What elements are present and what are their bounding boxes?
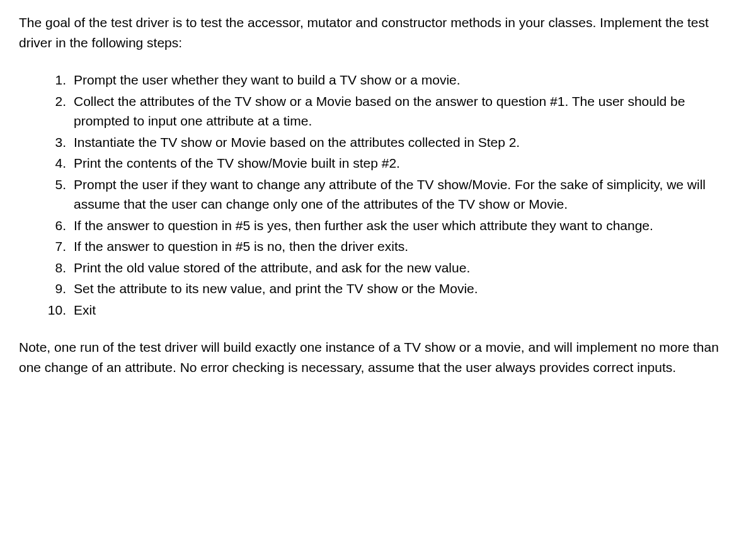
list-number: 3. [47,132,66,153]
list-item: 10. Exit [47,300,737,320]
list-number: 2. [47,91,66,112]
list-item: 1. Prompt the user whether they want to … [47,70,737,90]
list-item: 7. If the answer to question in #5 is no… [47,236,737,257]
list-number: 4. [47,153,66,173]
list-item: 4. Print the contents of the TV show/Mov… [47,153,737,173]
list-text: Instantiate the TV show or Movie based o… [74,135,520,149]
note-paragraph: Note, one run of the test driver will bu… [19,337,737,377]
list-number: 9. [47,279,66,299]
list-text: Exit [74,303,96,317]
list-item: 3. Instantiate the TV show or Movie base… [47,132,737,153]
list-item: 9. Set the attribute to its new value, a… [47,279,737,299]
list-number: 5. [47,175,66,195]
list-text: If the answer to question in #5 is yes, … [74,218,653,233]
list-text: If the answer to question in #5 is no, t… [74,239,408,253]
list-item: 8. Print the old value stored of the att… [47,258,737,278]
steps-list: 1. Prompt the user whether they want to … [19,70,737,320]
list-text: Collect the attributes of the TV show or… [74,94,685,129]
list-number: 10. [47,300,66,320]
list-item: 5. Prompt the user if they want to chang… [47,175,737,214]
list-text: Print the contents of the TV show/Movie … [74,156,400,170]
intro-paragraph: The goal of the test driver is to test t… [19,13,737,52]
list-item: 6. If the answer to question in #5 is ye… [47,216,737,236]
list-item: 2. Collect the attributes of the TV show… [47,91,737,131]
list-number: 7. [47,236,66,257]
list-text: Prompt the user whether they want to bui… [74,73,461,87]
list-text: Prompt the user if they want to change a… [74,177,706,212]
list-text: Print the old value stored of the attrib… [74,260,470,275]
list-number: 8. [47,258,66,278]
list-text: Set the attribute to its new value, and … [74,281,478,296]
list-number: 1. [47,70,66,90]
list-number: 6. [47,216,66,236]
